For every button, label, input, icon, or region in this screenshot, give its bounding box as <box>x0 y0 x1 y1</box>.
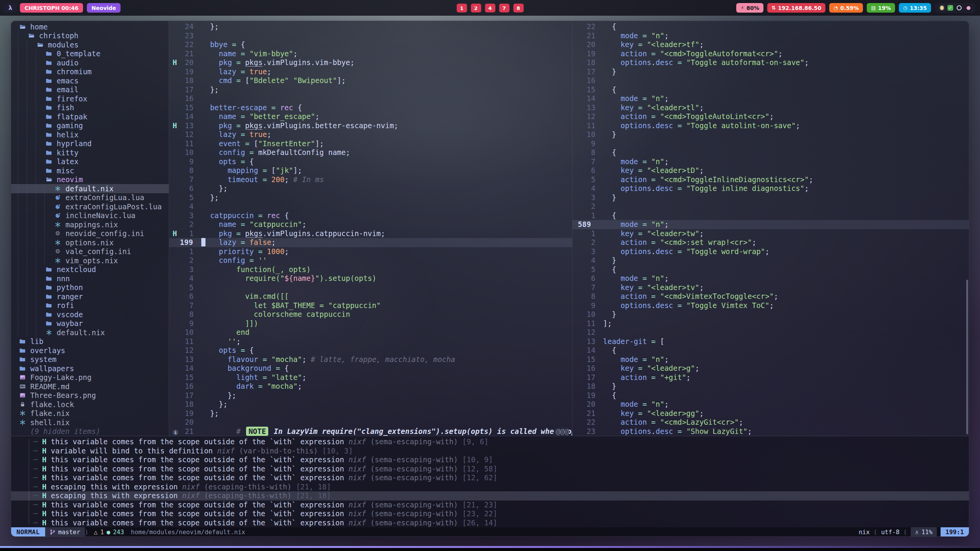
tree-item[interactable]: default.nix <box>11 328 169 337</box>
tree-item[interactable]: vscode <box>11 310 169 319</box>
code-line[interactable]: 4 options.desc = "Toggle inline diagnost… <box>572 184 969 193</box>
code-line[interactable]: i21 # NOTE In LazyVim require("clang_ext… <box>169 427 572 436</box>
tree-item[interactable]: overlays <box>11 346 169 355</box>
code-line[interactable]: 15 better-escape = rec { <box>169 103 572 112</box>
tree-item[interactable]: 0_template <box>11 49 169 59</box>
code-line[interactable]: 10 } <box>572 310 969 319</box>
tree-item[interactable]: hyprland <box>11 139 169 148</box>
code-line[interactable]: 18 options.desc = "Toggle autoformat-on-… <box>572 58 969 67</box>
code-line[interactable]: 24 }; <box>169 22 572 31</box>
code-line[interactable]: 19 }; <box>169 409 572 418</box>
code-line[interactable]: 2 config = '' <box>169 256 572 265</box>
code-line[interactable]: 8 mapping = ["jk"]; <box>169 166 572 175</box>
tree-item[interactable]: latex <box>11 157 169 166</box>
code-line[interactable]: 4 require("${name}").setup(opts) <box>169 274 572 283</box>
code-line[interactable]: 18 }; <box>169 400 572 409</box>
tree-item[interactable]: Three-Bears.png <box>11 391 169 400</box>
code-line[interactable]: 7 let $BAT_THEME = "catppuccin" <box>169 301 572 310</box>
code-line[interactable]: H20 pkg = pkgs.vimPlugins.vim-bbye; <box>169 58 572 67</box>
tree-item[interactable]: modules <box>11 40 169 49</box>
workspace-chip[interactable]: 8 <box>513 3 523 12</box>
tree-item[interactable]: Foggy-Lake.png <box>11 373 169 382</box>
tree-item[interactable]: python <box>11 283 169 292</box>
code-line[interactable]: 8 colorscheme catppuccin <box>169 310 572 319</box>
code-line[interactable]: 15 mode = "n"; <box>572 355 969 364</box>
code-line[interactable]: 199 lazy = false; <box>169 238 572 247</box>
code-line[interactable]: 3 function(_, opts) <box>169 265 572 274</box>
tree-item[interactable]: extraConfigLua.lua <box>11 193 169 202</box>
code-line[interactable]: 1 key = "<leader>tw"; <box>572 229 969 238</box>
editor-main[interactable]: 24 };2322 bbye = {21 name = "vim-bbye";H… <box>169 21 572 436</box>
code-line[interactable]: 14 background = { <box>169 364 572 373</box>
diagnostic-row[interactable]: ─ H this variable comes from the scope o… <box>11 473 969 483</box>
bulb-icon[interactable] <box>938 4 946 12</box>
code-line[interactable]: 10 } <box>572 130 969 139</box>
tree-item[interactable]: helix <box>11 130 169 139</box>
tree-item[interactable]: emacs <box>11 76 169 85</box>
diagnostic-row[interactable]: ─ H this variable comes from the scope o… <box>11 518 969 528</box>
code-line[interactable]: 19 action = "<cmd>ToggleAutoformat<cr>"; <box>572 49 969 59</box>
code-line[interactable]: 12 <box>572 328 969 337</box>
code-line[interactable]: 22 { <box>572 22 969 31</box>
tree-item[interactable]: rofi <box>11 301 169 310</box>
tree-item[interactable]: chromium <box>11 67 169 77</box>
code-line[interactable]: 13 flavour = "mocha"; # latte, frappe, m… <box>169 355 572 364</box>
tree-item[interactable]: ranger <box>11 292 169 301</box>
workspace-chip[interactable]: 2 <box>471 3 481 12</box>
code-line[interactable]: 7 mode = "n"; <box>572 157 969 166</box>
tree-item[interactable]: flake.nix <box>11 409 169 418</box>
dot-icon[interactable] <box>965 4 972 12</box>
code-line[interactable]: 11 event = ["InsertEnter"]; <box>169 139 572 148</box>
tree-item[interactable]: ⚙vale_config.ini <box>11 247 169 256</box>
tree-item[interactable]: nextcloud <box>11 265 169 274</box>
tree-item[interactable]: neovim <box>11 175 169 184</box>
tree-item[interactable]: email <box>11 85 169 95</box>
code-line[interactable]: 18 cmd = ["Bdelete" "Bwipeout"]; <box>169 76 572 85</box>
code-line[interactable]: 6 key = "<leader>tD"; <box>572 166 969 175</box>
code-line[interactable]: 3 catppuccin = rec { <box>169 211 572 220</box>
code-line[interactable]: 16 <box>169 94 572 103</box>
code-line[interactable]: 16 <box>572 76 969 85</box>
code-line[interactable]: 2 action = "<cmd>:set wrap!<cr>"; <box>572 238 969 247</box>
check-icon[interactable]: ✓ <box>947 5 953 11</box>
scrollbar-thumb[interactable] <box>966 280 968 434</box>
workspace-chip[interactable]: 1 <box>457 3 467 12</box>
tree-item[interactable]: default.nix <box>11 184 169 193</box>
tree-item[interactable]: ⚙neovide_config.ini <box>11 229 169 238</box>
code-line[interactable]: 14 name = "better_escape"; <box>169 112 572 121</box>
code-line[interactable]: 6 vim.cmd([[ <box>169 292 572 301</box>
code-line[interactable]: 1 priority = 1000; <box>169 247 572 256</box>
tree-item[interactable]: lib <box>11 337 169 346</box>
code-line[interactable]: 9 <box>572 139 969 148</box>
code-line[interactable]: 11 options.desc = "Toggle autolint-on-sa… <box>572 121 969 130</box>
code-line[interactable]: H1 pkg = pkgs.vimPlugins.catppuccin-nvim… <box>169 229 572 238</box>
code-line[interactable]: 1 { <box>572 211 969 220</box>
tree-item[interactable]: wallpapers <box>11 364 169 373</box>
code-line[interactable]: 20 <box>169 418 572 427</box>
code-line[interactable]: 14 { <box>572 346 969 355</box>
code-line[interactable]: 3 } <box>572 193 969 202</box>
code-line[interactable]: 4 <box>169 202 572 211</box>
git-segment[interactable]: master <box>45 527 85 536</box>
editor-right[interactable]: 22 {21 mode = "n";20 key = "<leader>tf";… <box>572 21 969 436</box>
code-line[interactable]: 21 key = "<leader>gg"; <box>572 409 969 418</box>
code-line[interactable]: 9 opts = { <box>169 157 572 166</box>
code-line[interactable]: 16 dark = "mocha"; <box>169 382 572 391</box>
tree-item[interactable]: extraConfigLuaPost.lua <box>11 202 169 211</box>
code-line[interactable]: 9 ]]) <box>169 319 572 328</box>
code-line[interactable]: 20 mode = "n"; <box>572 400 969 409</box>
code-line[interactable]: 11]; <box>572 319 969 328</box>
code-line[interactable]: 13 key = "<leader>tl"; <box>572 103 969 112</box>
diagnostic-row[interactable]: ─ H variable will bind to this definitio… <box>11 447 969 456</box>
diagnostic-row[interactable]: ─ H this variable comes from the scope o… <box>11 465 969 474</box>
code-line[interactable]: 2 name = "catppuccin"; <box>169 220 572 229</box>
tree-item[interactable]: mappings.nix <box>11 220 169 229</box>
code-line[interactable]: 23 <box>169 31 572 41</box>
code-line[interactable]: H13 pkg = pkgs.vimPlugins.better-escape-… <box>169 121 572 130</box>
code-line[interactable]: 12 lazy = true; <box>169 130 572 139</box>
tree-item[interactable]: shell.nix <box>11 418 169 427</box>
code-line[interactable]: 11 ''; <box>169 337 572 346</box>
diagnostic-row[interactable]: ─ H escaping this with expression nixf (… <box>11 483 969 492</box>
tree-item[interactable]: flatpak <box>11 112 169 121</box>
code-line[interactable]: 2 <box>572 202 969 211</box>
